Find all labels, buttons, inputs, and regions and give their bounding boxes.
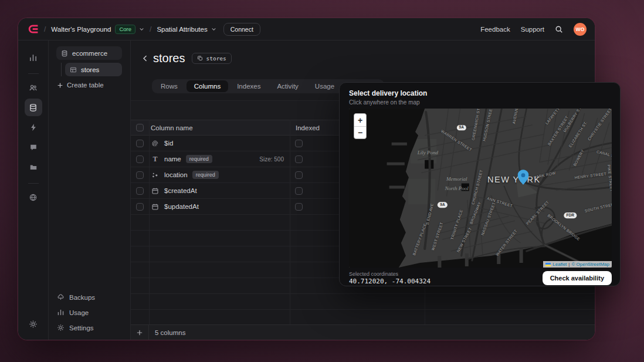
tree-guide-line — [61, 63, 62, 76]
add-column-button[interactable] — [131, 325, 149, 340]
support-link[interactable]: Support — [521, 26, 544, 33]
column-separator — [290, 120, 290, 324]
point-type-icon — [151, 171, 160, 179]
column-count-label: 5 columns — [149, 329, 185, 336]
required-badge: required — [186, 155, 212, 163]
avatar[interactable]: WO — [574, 23, 587, 36]
check-availability-button[interactable]: Check availability — [543, 271, 612, 285]
rail-divider — [28, 183, 39, 184]
zoom-in-button[interactable]: + — [354, 114, 366, 126]
indexed-checkbox[interactable] — [295, 203, 303, 211]
connect-button[interactable]: Connect — [223, 23, 260, 36]
database-selector[interactable]: ecommerce — [56, 46, 122, 60]
map-poi-label: Memorial — [446, 176, 467, 181]
row-checkbox[interactable] — [136, 140, 144, 147]
zoom-out-button[interactable]: − — [354, 126, 366, 138]
map-street-label: BOWERY — [573, 148, 585, 167]
functions-icon[interactable] — [25, 119, 42, 136]
database-side-panel: ecommerce stores Create table Backups — [49, 40, 131, 340]
map-street-label: PIKE STREET — [606, 164, 612, 192]
row-checkbox[interactable] — [136, 155, 144, 163]
top-navigation-bar: / Walter's Playground Core / Spatial Att… — [18, 18, 595, 40]
map-street-label: PEARL STREET — [526, 201, 550, 226]
breadcrumb-project[interactable]: Spatial Attributes — [157, 26, 207, 33]
indexed-checkbox[interactable] — [295, 171, 303, 179]
calendar-icon — [151, 203, 160, 211]
indexed-checkbox[interactable] — [295, 187, 303, 195]
search-icon[interactable] — [555, 25, 563, 33]
map-street-label: TRINITY PLACE — [450, 209, 463, 241]
appwrite-logo-icon[interactable] — [28, 23, 39, 35]
sidebar-item-usage[interactable]: Usage — [57, 309, 89, 316]
project-settings-icon[interactable] — [25, 315, 42, 333]
osm-link[interactable]: © OpenStreetMap — [571, 262, 609, 267]
column-name: $createdAt — [164, 187, 197, 194]
leaflet-map[interactable]: WARREN STREETGREENWICH ST.HUDSON STREETA… — [349, 109, 612, 268]
fingerprint-icon — [151, 140, 160, 147]
left-icon-rail — [18, 40, 49, 340]
network-globe-icon[interactable] — [25, 188, 42, 206]
storage-icon[interactable] — [25, 158, 42, 176]
select-all-checkbox[interactable] — [136, 124, 144, 131]
sidebar-item-stores-table[interactable]: stores — [65, 63, 122, 76]
settings-label: Settings — [69, 324, 94, 331]
column-name: $updatedAt — [164, 203, 199, 210]
map-street-label: SOUTH STREET — [584, 202, 612, 214]
map-street-label: CHRYSTIE STREET — [587, 109, 612, 141]
leaflet-link[interactable]: Leaflet — [553, 262, 567, 267]
map-street-label: WEST STREET — [431, 222, 444, 251]
sidebar-item-settings[interactable]: Settings — [57, 324, 94, 331]
indexed-checkbox[interactable] — [295, 155, 303, 163]
table-row-empty — [131, 310, 595, 326]
column-size-meta: Size: 500 — [259, 156, 284, 163]
usage-label: Usage — [69, 309, 89, 316]
attribution-separator: | — [568, 262, 570, 267]
map-street-label: S END AVE — [426, 203, 435, 225]
table-id-badge[interactable]: stores — [192, 53, 231, 64]
database-icon — [61, 50, 68, 57]
tab-rows[interactable]: Rows — [153, 80, 185, 92]
selected-coordinates-label: Selected coordinates — [349, 271, 398, 277]
tab-usage[interactable]: Usage — [307, 80, 342, 92]
map-street-label: WATER STREET — [496, 229, 518, 257]
column-name: name — [164, 155, 181, 163]
databases-icon[interactable] — [25, 99, 42, 116]
table-row-empty — [131, 294, 595, 310]
page-header: stores stores — [139, 51, 232, 65]
row-checkbox[interactable] — [136, 187, 144, 195]
map-street-label: NEW STREET — [456, 227, 473, 253]
map-street-label: GREENWICH ST. — [472, 109, 481, 141]
map-poi-label: Lily Pond — [418, 150, 438, 155]
row-checkbox[interactable] — [136, 203, 144, 211]
breadcrumb-separator: / — [150, 25, 151, 33]
required-badge: required — [192, 171, 219, 179]
feedback-link[interactable]: Feedback — [480, 26, 510, 33]
chevron-down-icon[interactable] — [139, 26, 144, 32]
chevron-down-icon[interactable] — [211, 26, 216, 32]
breadcrumb-separator: / — [44, 25, 46, 33]
back-button[interactable] — [139, 51, 151, 65]
indexed-checkbox[interactable] — [295, 140, 303, 147]
map-street-label: HUDSON STREET — [482, 109, 493, 141]
breadcrumb-org[interactable]: Walter's Playground — [51, 26, 111, 33]
row-checkbox[interactable] — [136, 171, 144, 179]
map-street-label: ELIZABETH ST. — [568, 120, 588, 148]
map-street-label: PARK ROW — [533, 171, 556, 179]
map-street-label: BROADWAY — [469, 201, 482, 225]
table-icon — [70, 66, 77, 73]
create-table-button[interactable]: Create table — [57, 82, 104, 89]
map-attribution: Leaflet | © OpenStreetMap — [543, 261, 612, 268]
auth-users-icon[interactable] — [25, 79, 42, 96]
sidebar-item-backups[interactable]: Backups — [57, 293, 95, 301]
tab-activity[interactable]: Activity — [269, 80, 306, 92]
map-street-label: ANN STREET — [487, 197, 513, 208]
tab-indexes[interactable]: Indexes — [229, 80, 268, 92]
backups-label: Backups — [69, 294, 95, 301]
messaging-icon[interactable] — [25, 138, 42, 156]
map-marker[interactable] — [517, 170, 528, 185]
table-name: stores — [81, 66, 99, 73]
tab-columns[interactable]: Columns — [187, 80, 228, 92]
popover-title: Select delivery location — [349, 89, 427, 97]
topbar-right-group: Feedback Support WO — [480, 23, 587, 36]
dashboard-icon[interactable] — [25, 49, 42, 66]
